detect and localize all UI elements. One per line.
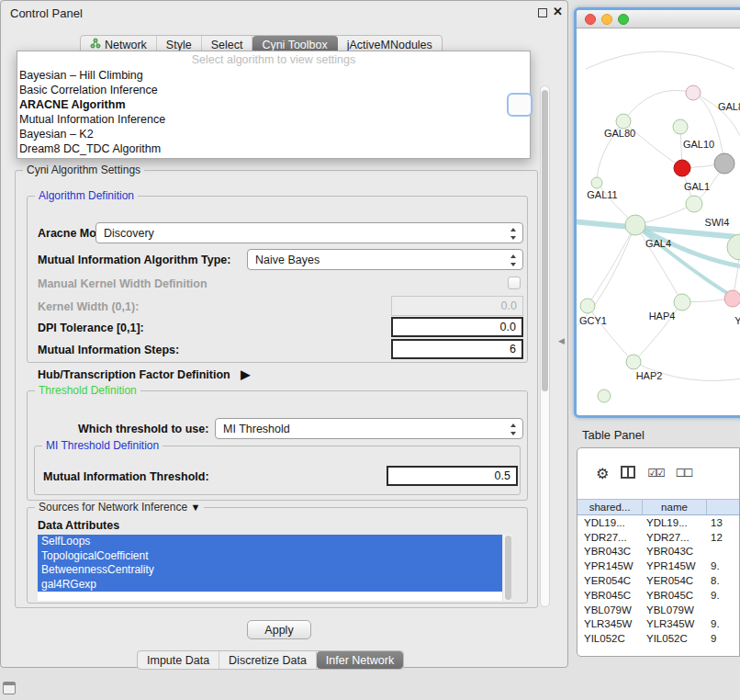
- network-node[interactable]: [625, 215, 645, 235]
- network-node[interactable]: [686, 85, 701, 100]
- table-row[interactable]: YDL19...YDL19...13: [577, 515, 739, 530]
- column-header-shared[interactable]: shared...: [577, 500, 643, 514]
- which-threshold-select[interactable]: MI Threshold: [215, 418, 523, 439]
- apply-button[interactable]: Apply: [247, 620, 311, 639]
- table-panel-title: Table Panel: [582, 428, 645, 442]
- dpi-tolerance-field[interactable]: [391, 317, 523, 337]
- list-item[interactable]: gal4RGexp: [38, 578, 502, 593]
- table-cell: YDL19...: [643, 517, 707, 528]
- list-item[interactable]: BetweennessCentrality: [38, 563, 502, 578]
- table-cell: 8.: [707, 575, 739, 586]
- network-node[interactable]: [598, 390, 611, 402]
- tab-infer-network[interactable]: Infer Network: [317, 651, 403, 669]
- network-node[interactable]: [724, 290, 740, 307]
- table-row[interactable]: YLR345WYLR345W9.: [577, 617, 739, 632]
- table-row[interactable]: YBR045CYBR045C9.: [577, 588, 739, 603]
- which-threshold-label: Which threshold to use:: [78, 423, 208, 435]
- network-node[interactable]: [674, 294, 690, 310]
- table-cell: YBR045C: [577, 590, 643, 601]
- manual-kernel-checkbox[interactable]: [508, 277, 521, 289]
- table-cell: YLR345W: [643, 618, 707, 629]
- aracne-mode-select[interactable]: Discovery: [95, 222, 523, 243]
- list-item[interactable]: SelfLoops: [38, 535, 502, 549]
- network-node[interactable]: [591, 177, 602, 188]
- desktop: Control Panel ✕ Network Style Select Cyn…: [0, 0, 740, 700]
- network-node[interactable]: [626, 355, 641, 369]
- dropdown-option[interactable]: Mutual Information Inference: [17, 112, 530, 127]
- gear-icon[interactable]: ⚙: [596, 465, 609, 482]
- network-node[interactable]: [616, 114, 631, 129]
- table-cell: YBR043C: [643, 546, 707, 557]
- table-cell: 13: [707, 517, 739, 528]
- node-label: GAL80: [604, 128, 635, 139]
- dropdown-option-selected[interactable]: ARACNE Algorithm: [17, 97, 530, 112]
- table-cell: YBR045C: [643, 590, 707, 601]
- table-cell: YPR145W: [577, 560, 643, 571]
- network-edge[interactable]: [623, 90, 693, 121]
- network-node[interactable]: [686, 196, 702, 212]
- table-row[interactable]: YBL079WYBL079W: [577, 603, 739, 617]
- tab-label: Style: [166, 39, 192, 51]
- settings-scrollbar[interactable]: [540, 85, 550, 607]
- column-header-name[interactable]: name: [643, 500, 707, 514]
- table-header: shared... name: [577, 499, 739, 515]
- mi-steps-field[interactable]: [391, 339, 523, 359]
- which-threshold-value: MI Threshold: [223, 423, 290, 435]
- kernel-width-label: Kernel Width (0,1):: [38, 300, 139, 313]
- table-row[interactable]: YBR043CYBR043C: [577, 545, 739, 559]
- unchecked-boxes-icon[interactable]: ☐☐: [676, 467, 692, 480]
- mi-steps-label: Mutual Information Steps:: [38, 344, 179, 356]
- tab-discretize-data[interactable]: Discretize Data: [219, 651, 317, 669]
- network-node[interactable]: [674, 160, 690, 176]
- scrollbar-thumb[interactable]: [505, 536, 511, 600]
- list-scrollbar[interactable]: [502, 535, 511, 601]
- close-traffic-light[interactable]: [585, 14, 596, 25]
- minimized-panel-icon[interactable]: [3, 682, 16, 694]
- group-title: Cyni Algorithm Settings: [23, 164, 144, 176]
- table-row[interactable]: YIL052CYIL052C9: [577, 631, 739, 646]
- table-cell: 9.: [707, 590, 739, 601]
- list-item[interactable]: TopologicalCoefficient: [38, 549, 502, 564]
- zoom-traffic-light[interactable]: [618, 14, 629, 25]
- hub-definition-toggle[interactable]: Hub/Transcription Factor Definition ▶: [38, 367, 250, 381]
- table-row[interactable]: YER054CYER054C8.: [577, 573, 739, 588]
- scrollbar-thumb[interactable]: [542, 90, 548, 391]
- column-header-3[interactable]: [707, 500, 739, 514]
- data-attributes-list: SelfLoops TopologicalCoefficient Between…: [38, 535, 511, 601]
- network-edge[interactable]: [586, 51, 734, 69]
- table-row[interactable]: YDR27...YDR27...12: [577, 530, 739, 545]
- control-panel-header: Control Panel ✕: [1, 1, 567, 23]
- bottom-tabstrip: Impute Data Discretize Data Infer Networ…: [137, 650, 404, 670]
- focus-ring-artifact: [507, 93, 533, 117]
- table-row[interactable]: YPR145WYPR145W9.: [577, 559, 739, 573]
- network-node[interactable]: [580, 299, 595, 313]
- sources-group-title[interactable]: Sources for Network Inference ▼: [35, 501, 204, 514]
- mi-threshold-field[interactable]: [387, 466, 518, 486]
- table-panel-window: ⚙ ☑☑ ☐☐ shared... name YDL19...YDL19...1…: [577, 447, 740, 657]
- dropdown-option[interactable]: Bayesian – K2: [17, 127, 530, 141]
- group-title: Algorithm Definition: [35, 189, 138, 202]
- minimize-traffic-light[interactable]: [601, 14, 612, 25]
- network-node[interactable]: [714, 153, 734, 174]
- tab-impute-data[interactable]: Impute Data: [138, 651, 219, 669]
- dropdown-option[interactable]: Bayesian – Hill Climbing: [17, 68, 530, 83]
- tab-label: Discretize Data: [229, 654, 307, 667]
- checked-boxes-icon[interactable]: ☑☑: [647, 467, 664, 480]
- dropdown-option[interactable]: Basic Correlation Inference: [17, 83, 530, 97]
- node-label: Y: [734, 315, 740, 326]
- columns-icon[interactable]: [621, 466, 635, 481]
- splitter-collapse-arrow-icon[interactable]: ◀: [558, 336, 565, 345]
- float-window-icon[interactable]: [538, 8, 547, 17]
- mi-algorithm-type-select[interactable]: Naive Bayes: [247, 249, 523, 270]
- table-cell: YLR345W: [577, 618, 643, 629]
- dropdown-option[interactable]: Dream8 DC_TDC Algorithm: [17, 141, 530, 156]
- network-node[interactable]: [673, 119, 688, 134]
- network-canvas[interactable]: GAL8GAL80GAL10GAL11GAL1SWI4GAL4GCY1HAP4Y…: [577, 28, 740, 414]
- network-edge[interactable]: [588, 225, 635, 306]
- kernel-width-field[interactable]: [391, 296, 523, 316]
- tab-label: Select: [211, 39, 243, 51]
- network-window-titlebar[interactable]: [577, 10, 740, 28]
- close-window-icon[interactable]: ✕: [553, 5, 563, 18]
- group-title: MI Threshold Definition: [42, 439, 163, 452]
- dpi-tolerance-label: DPI Tolerance [0,1]:: [38, 322, 144, 334]
